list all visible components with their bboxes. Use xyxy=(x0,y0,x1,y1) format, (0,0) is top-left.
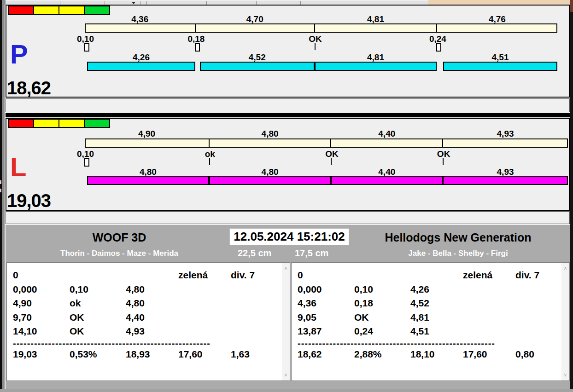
team-name-left: WOOF 3D xyxy=(6,231,232,244)
split-time-label: 4,70 xyxy=(246,14,263,24)
lane-P-total-time: 18,62 xyxy=(7,79,51,97)
window-right-edge-top xyxy=(570,0,573,12)
dog-time-bar xyxy=(315,62,437,71)
lap-cell: 0,10 xyxy=(70,284,88,295)
scroll-down-icon[interactable]: ∨ xyxy=(282,371,290,379)
division-label: div. 7 xyxy=(231,270,255,281)
lap-cell: 13,87 xyxy=(298,326,322,337)
split-time-label: 4,90 xyxy=(138,129,155,139)
pass-label: OK xyxy=(437,149,450,159)
lap-cell: 0,18 xyxy=(354,298,373,309)
dog-time-label: 4,80 xyxy=(140,167,157,177)
scroll-up-icon[interactable]: ∧ xyxy=(561,265,569,272)
lap-cell: 4,81 xyxy=(410,312,429,323)
lap-cell: 4,52 xyxy=(410,298,429,309)
dog-time-label: 4,51 xyxy=(492,52,509,63)
lap-cell: 4,93 xyxy=(126,326,145,337)
category-label: zelená xyxy=(178,270,208,281)
pass-label: 0,18 xyxy=(187,34,205,44)
lap-cell: 4,80 xyxy=(126,284,145,295)
split-time-label: 4,36 xyxy=(131,14,148,24)
pass-ok-tick xyxy=(209,158,210,165)
edge-artifact xyxy=(0,180,1,184)
pass-gap-box xyxy=(84,43,89,52)
lane-separator-bar xyxy=(6,113,570,117)
lane-L-split-bar xyxy=(85,138,568,148)
pass-gap-box xyxy=(436,43,441,52)
lane-P-panel xyxy=(6,5,570,98)
pass-label: 0,10 xyxy=(77,34,94,44)
split-bar-divider xyxy=(442,139,443,147)
dog-time-label: 4,40 xyxy=(378,167,395,177)
lap-cell: 4,36 xyxy=(298,298,316,309)
dog-time-bar xyxy=(87,62,195,71)
scroll-down-icon[interactable]: ∨ xyxy=(561,371,569,379)
lap-cell: 9,05 xyxy=(298,312,316,323)
lap-cell: 4,80 xyxy=(126,298,145,309)
team-dogs-right: Jake - Bella - Shelby - Firgi xyxy=(346,249,570,258)
start-light-cell xyxy=(85,120,109,127)
lap-cell: 0,10 xyxy=(354,284,373,295)
lap-cell: 0,24 xyxy=(354,326,373,337)
start-light-cell xyxy=(34,6,58,14)
spacer-strip-1 xyxy=(6,98,570,112)
lane-L-panel xyxy=(6,118,570,211)
lap-cell: 0,000 xyxy=(298,284,322,295)
run-counter: 0 xyxy=(13,270,18,281)
run-counter: 0 xyxy=(298,270,303,281)
window-right-edge xyxy=(570,0,573,392)
lap-cell: 0,000 xyxy=(13,284,37,295)
split-bar-divider xyxy=(330,139,331,147)
dog-time-bar xyxy=(331,176,443,185)
pass-label: OK xyxy=(325,149,339,159)
summary-cell: 18,62 xyxy=(298,349,322,360)
lane-L-total-time: 19,03 xyxy=(7,191,51,210)
summary-cell: 19,03 xyxy=(13,349,37,360)
lane-L-letter: L xyxy=(10,154,26,180)
pass-gap-box xyxy=(84,158,89,167)
window-left-border xyxy=(0,0,2,392)
dropdown-arrow-icon[interactable] xyxy=(132,2,135,4)
pass-ok-tick xyxy=(443,158,444,165)
split-time-label: 4,93 xyxy=(497,129,514,139)
lap-cell: OK xyxy=(70,312,84,323)
race-timestamp: 12.05.2024 15:21:02 xyxy=(229,228,349,245)
lap-cell: OK xyxy=(354,312,369,323)
lane-P-letter: P xyxy=(10,41,28,68)
summary-cell: 1,63 xyxy=(231,349,250,360)
result-table-left: 0zelenádiv. 70,0000,104,804,90ok4,809,70… xyxy=(6,262,290,381)
team-dogs-left: Thorin - Daimos - Maze - Merida xyxy=(6,249,232,258)
flyball-timing-screen: 4,360,104,264,700,184,524,81OK4,814,760,… xyxy=(0,0,573,392)
lap-cell: 4,40 xyxy=(126,312,145,323)
split-bar-divider xyxy=(436,24,437,32)
pass-gap-box xyxy=(195,43,200,52)
start-light-cell xyxy=(34,120,58,127)
split-time-label: 4,80 xyxy=(262,129,279,139)
summary-cell: 18,93 xyxy=(126,349,150,360)
jump-height-right: 17,5 cm xyxy=(295,248,328,259)
split-time-label: 4,81 xyxy=(367,14,384,24)
start-light-cell xyxy=(9,120,33,127)
summary-cell: 17,60 xyxy=(178,349,203,360)
dog-time-bar xyxy=(200,62,315,71)
start-light-cell xyxy=(59,6,84,14)
lap-cell: 4,90 xyxy=(13,298,32,309)
lap-cell: 4,26 xyxy=(410,284,429,295)
edge-artifact xyxy=(0,189,1,192)
summary-cell: 0,53% xyxy=(70,349,97,360)
lane-P-split-bar xyxy=(85,23,558,33)
division-label: div. 7 xyxy=(515,270,539,281)
table-right-scrollbar[interactable]: ∧ ∨ xyxy=(561,263,569,380)
table-separator-dashes: ----------------------------------------… xyxy=(298,338,495,349)
summary-cell: 2,88% xyxy=(354,349,382,360)
scroll-up-icon[interactable]: ∧ xyxy=(282,265,290,272)
table-left-scrollbar[interactable]: ∧ ∨ xyxy=(282,263,290,380)
lap-cell: 14,10 xyxy=(13,326,37,337)
lap-cell: 4,51 xyxy=(410,326,429,337)
dog-time-label: 4,81 xyxy=(367,52,384,63)
start-light-cell xyxy=(9,6,33,14)
lap-cell: ok xyxy=(70,298,81,309)
split-bar-divider xyxy=(209,139,210,147)
lane-P-start-lights xyxy=(8,6,110,15)
window-left-edge xyxy=(0,0,6,392)
